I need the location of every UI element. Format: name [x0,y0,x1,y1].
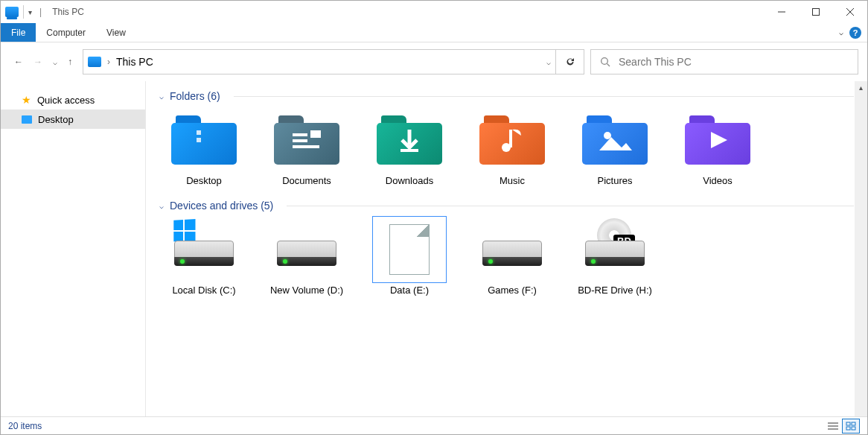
details-view-button[interactable] [824,419,842,434]
large-icons-view-button[interactable] [842,419,860,434]
item-label: BD-RE Drive (H:) [578,285,652,296]
item-music[interactable]: Music [467,111,557,186]
search-icon [600,57,611,68]
svg-rect-8 [310,130,321,138]
item-label: New Volume (D:) [270,285,343,296]
drive-icon [475,220,549,279]
folder-icon [680,111,755,169]
navigation-bar: ← → ⌵ ↑ › This PC ⌵ [1,42,867,81]
item-label: Local Disk (C:) [172,285,235,296]
item-local-disk-c-[interactable]: Local Disk (C:) [159,220,249,296]
minimize-button[interactable] [765,1,799,23]
breadcrumb-separator-icon: › [107,57,110,67]
section-header[interactable]: ⌵Folders (6) [159,90,854,102]
section-title: Devices and drives (5) [170,200,273,212]
section-header[interactable]: ⌵Devices and drives (5) [159,200,854,212]
svg-rect-24 [846,427,850,430]
folder-icon [475,111,549,169]
item-label: Music [500,175,525,186]
breadcrumb[interactable]: This PC [116,56,153,68]
refresh-button[interactable] [556,49,584,74]
item-data-e-[interactable]: Data (E:) [365,220,454,296]
drive-icon [167,220,241,279]
help-icon[interactable]: ? [849,27,861,39]
svg-line-5 [607,63,610,66]
drive-icon [269,220,344,279]
item-label: Documents [282,175,331,186]
svg-point-4 [601,57,608,64]
item-label: Videos [703,175,733,186]
folder-icon [269,111,344,169]
item-games-f-[interactable]: Games (F:) [467,220,557,296]
item-documents[interactable]: Documents [262,111,351,186]
svg-rect-22 [846,422,850,425]
svg-rect-1 [813,9,820,16]
svg-rect-23 [852,422,855,425]
window-title: This PC [49,7,84,17]
svg-point-16 [604,132,611,139]
svg-rect-6 [197,130,201,135]
item-label: Games (F:) [488,285,537,296]
location-icon [88,57,101,67]
forward-button[interactable]: → [33,57,42,67]
item-label: Data (E:) [390,285,429,296]
ribbon: File Computer View ⌵ ? [1,23,867,42]
search-input[interactable] [619,56,849,68]
ribbon-expand-icon[interactable]: ⌵ [839,28,843,36]
svg-rect-25 [852,427,855,430]
item-label: Pictures [598,175,633,186]
ribbon-tab-view[interactable]: View [96,23,136,42]
scroll-up-icon[interactable]: ▴ [855,81,867,94]
this-pc-icon[interactable] [5,7,19,17]
item-label: Downloads [386,175,433,186]
svg-rect-7 [197,138,201,142]
folder-icon [372,111,447,169]
sidebar-item-quick-access[interactable]: ★Quick access [1,90,145,109]
item-bd-re-drive-h-[interactable]: BDBD-RE Drive (H:) [570,220,660,296]
file-icon [372,220,447,279]
item-downloads[interactable]: Downloads [365,111,454,186]
svg-rect-15 [509,130,512,147]
address-dropdown-icon[interactable]: ⌵ [546,58,551,66]
item-label: Desktop [186,175,222,186]
folder-icon [167,111,241,169]
ribbon-tab-computer[interactable]: Computer [36,23,96,42]
chevron-down-icon: ⌵ [159,92,164,101]
drive-icon: BD [578,220,652,279]
section-title: Folders (6) [170,90,220,102]
status-bar: 20 items [1,416,867,434]
svg-marker-18 [711,132,727,148]
item-videos[interactable]: Videos [673,111,762,186]
ribbon-tab-file[interactable]: File [1,23,36,42]
desktop-icon [22,115,32,124]
vertical-scrollbar[interactable]: ▴ [855,81,867,416]
sidebar-item-desktop[interactable]: Desktop [1,109,145,129]
folder-icon [578,111,652,169]
navigation-pane: ★Quick accessDesktop [1,81,146,416]
content-area: ⌵Folders (6)DesktopDocumentsDownloadsMus… [146,81,867,416]
star-icon: ★ [22,94,31,106]
svg-marker-17 [599,137,632,150]
item-new-volume-d-[interactable]: New Volume (D:) [262,220,351,296]
maximize-button[interactable] [799,1,833,23]
item-desktop[interactable]: Desktop [159,111,249,186]
history-dropdown-icon[interactable]: ⌵ [53,58,57,66]
address-bar[interactable]: › This PC ⌵ [83,49,556,74]
up-button[interactable]: ↑ [68,57,72,67]
back-button[interactable]: ← [14,57,23,67]
chevron-down-icon: ⌵ [159,202,164,210]
close-button[interactable] [833,1,867,23]
qat-dropdown-icon[interactable]: ▾ [28,8,32,16]
sidebar-item-label: Desktop [38,114,74,125]
sidebar-item-label: Quick access [37,95,95,106]
titlebar: ▾ | This PC [1,1,867,23]
quick-access-toolbar: ▾ | [1,5,49,19]
search-box[interactable] [590,49,858,74]
status-text: 20 items [8,421,42,431]
item-pictures[interactable]: Pictures [570,111,660,186]
